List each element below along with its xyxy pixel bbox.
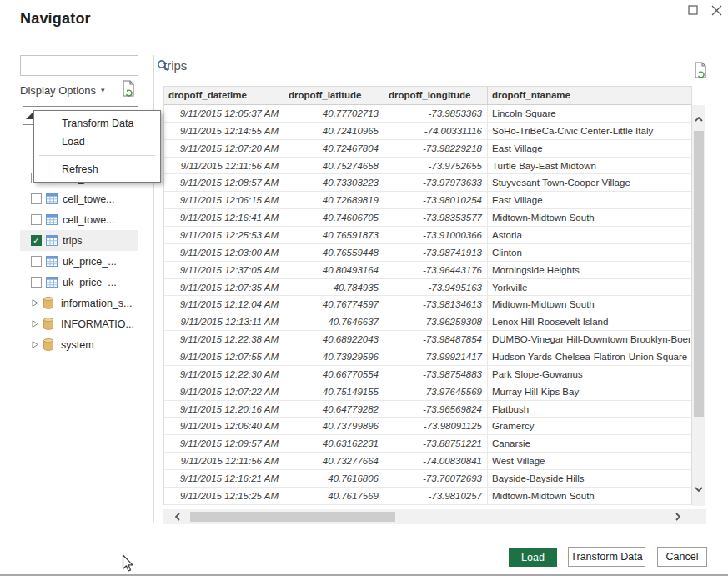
search-box[interactable] bbox=[20, 55, 138, 76]
table-cell: 9/11/2015 12:03:00 AM bbox=[164, 244, 284, 261]
load-button[interactable]: Load bbox=[509, 548, 557, 567]
tree-item-information-s[interactable]: information_s... bbox=[20, 293, 138, 313]
tree-item-informatio[interactable]: INFORMATIO... bbox=[20, 313, 138, 334]
chevron-down-icon: ▾ bbox=[101, 86, 105, 94]
table-icon bbox=[46, 256, 58, 267]
table-row: 9/11/2015 12:22:38 AM40.68922043-73.9848… bbox=[164, 331, 691, 348]
table-row: 9/11/2015 12:37:05 AM40.80493164-73.9644… bbox=[164, 262, 691, 279]
table-row: 9/11/2015 12:06:15 AM40.72689819-73.9801… bbox=[164, 192, 691, 209]
scroll-up-button[interactable] bbox=[692, 112, 705, 127]
table-row: 9/11/2015 12:16:21 AM40.7616806-73.76072… bbox=[164, 470, 691, 488]
navigator-tree: cell_towe...cell_towe...cell_towe...✓tri… bbox=[20, 168, 138, 355]
table-cell: DUMBO-Vinegar Hill-Downtown Brooklyn-Boe… bbox=[488, 331, 691, 348]
table-row: 9/11/2015 12:14:55 AM40.72410965-74.0033… bbox=[164, 123, 691, 140]
tree-item-cell-towe[interactable]: cell_towe... bbox=[20, 209, 138, 230]
table-cell: -73.98754883 bbox=[384, 366, 488, 383]
maximize-button[interactable] bbox=[685, 3, 700, 18]
table-cell: Clinton bbox=[488, 244, 691, 261]
collapsed-arrow-icon[interactable] bbox=[32, 340, 38, 349]
table-cell: 9/11/2015 12:12:04 AM bbox=[164, 296, 284, 313]
checkbox[interactable] bbox=[31, 214, 42, 225]
column-header-dropoff_latitude[interactable]: dropoff_latitude bbox=[284, 87, 384, 104]
table-cell: -73.98229218 bbox=[384, 140, 488, 157]
menu-item-transform-data[interactable]: Transform Data bbox=[34, 114, 160, 133]
table-icon bbox=[46, 193, 58, 204]
scroll-left-button[interactable] bbox=[170, 509, 185, 524]
menu-item-load[interactable]: Load bbox=[34, 133, 160, 151]
display-options-label: Display Options bbox=[20, 84, 96, 97]
column-header-dropoff_longitude[interactable]: dropoff_longitude bbox=[384, 87, 488, 104]
table-icon bbox=[46, 235, 58, 246]
table-cell: -73.9810257 bbox=[384, 488, 488, 504]
refresh-list-icon[interactable] bbox=[121, 80, 136, 97]
checkbox[interactable] bbox=[31, 193, 42, 204]
table-cell: Midtown-Midtown South bbox=[488, 209, 691, 226]
database-icon bbox=[43, 297, 53, 309]
table-cell: 9/11/2015 12:15:25 AM bbox=[164, 488, 284, 504]
table-row: 9/11/2015 12:06:40 AM40.73799896-73.9809… bbox=[164, 418, 691, 435]
display-options-dropdown[interactable]: Display Options ▾ bbox=[20, 83, 105, 98]
table-row: 9/11/2015 12:22:30 AM40.66770554-73.9875… bbox=[164, 366, 691, 383]
table-cell: -73.98487854 bbox=[384, 331, 488, 348]
table-row: 9/11/2015 12:11:56 AM40.73277664-74.0083… bbox=[164, 453, 691, 470]
horizontal-scrollbar[interactable] bbox=[163, 509, 706, 524]
table-cell: -73.9495163 bbox=[384, 279, 488, 296]
table-cell: -73.96259308 bbox=[384, 313, 488, 330]
checkbox[interactable] bbox=[31, 277, 42, 288]
column-header-dropoff_ntaname[interactable]: dropoff_ntaname bbox=[488, 87, 691, 104]
table-cell: 40.80493164 bbox=[284, 262, 384, 278]
table-cell: Lincoln Square bbox=[488, 105, 691, 122]
menu-item-refresh[interactable]: Refresh bbox=[34, 160, 160, 178]
cancel-button[interactable]: Cancel bbox=[657, 547, 707, 567]
table-icon bbox=[46, 214, 58, 225]
maximize-icon bbox=[688, 5, 698, 15]
collapsed-arrow-icon[interactable] bbox=[32, 298, 38, 308]
scroll-right-icon bbox=[675, 513, 680, 521]
search-input[interactable] bbox=[21, 56, 157, 75]
refresh-preview-icon[interactable] bbox=[693, 61, 708, 79]
close-button[interactable] bbox=[709, 3, 724, 18]
collapsed-arrow-icon[interactable] bbox=[32, 319, 38, 328]
table-cell: 9/11/2015 12:07:55 AM bbox=[164, 348, 284, 365]
horizontal-scrollbar-thumb[interactable] bbox=[190, 512, 395, 522]
tree-item-trips[interactable]: ✓trips bbox=[20, 230, 138, 251]
table-cell: 40.74606705 bbox=[284, 209, 384, 226]
vertical-scrollbar[interactable] bbox=[692, 105, 705, 506]
transform-data-button[interactable]: Transform Data bbox=[568, 547, 645, 567]
tree-item-uk-price[interactable]: uk_price_... bbox=[20, 272, 138, 293]
table-cell: Yorkville bbox=[488, 279, 691, 296]
table-cell: 9/11/2015 12:16:41 AM bbox=[164, 209, 284, 226]
tree-item-label: information_s... bbox=[61, 298, 132, 309]
table-cell: 9/11/2015 12:13:11 AM bbox=[164, 313, 284, 330]
table-cell: -73.98134613 bbox=[384, 296, 488, 313]
table-cell: -73.97973633 bbox=[384, 174, 488, 191]
table-cell: 40.68922043 bbox=[284, 331, 384, 348]
table-cell: 40.7616806 bbox=[284, 470, 384, 487]
table-cell: 40.73277664 bbox=[284, 453, 384, 469]
expanded-arrow-icon[interactable] bbox=[26, 112, 33, 119]
table-cell: 40.73799896 bbox=[284, 418, 384, 434]
table-row: 9/11/2015 12:11:56 AM40.75274658-73.9752… bbox=[164, 158, 691, 175]
table-row: 9/11/2015 12:16:41 AM40.74606705-73.9835… bbox=[164, 209, 691, 227]
table-cell: 40.7646637 bbox=[284, 313, 384, 330]
table-cell: 9/11/2015 12:08:57 AM bbox=[164, 174, 284, 191]
table-cell: -73.9853363 bbox=[384, 105, 488, 122]
table-cell: Turtle Bay-East Midtown bbox=[488, 158, 691, 174]
preview-table: dropoff_datetimedropoff_latitudedropoff_… bbox=[163, 86, 692, 505]
tree-item-system[interactable]: system bbox=[20, 334, 138, 355]
scroll-down-button[interactable] bbox=[692, 482, 705, 497]
scroll-right-button[interactable] bbox=[670, 509, 685, 524]
table-cell: West Village bbox=[488, 453, 691, 469]
vertical-scrollbar-thumb[interactable] bbox=[694, 131, 704, 417]
table-cell: 40.63162231 bbox=[284, 435, 384, 452]
column-header-dropoff_datetime[interactable]: dropoff_datetime bbox=[164, 87, 284, 104]
checkbox-checked[interactable]: ✓ bbox=[31, 235, 42, 246]
table-icon bbox=[46, 277, 58, 288]
tree-item-uk-price[interactable]: uk_price_... bbox=[20, 251, 138, 272]
table-cell: 40.75274658 bbox=[284, 158, 384, 174]
tree-item-cell-towe[interactable]: cell_towe... bbox=[20, 188, 138, 209]
checkbox[interactable] bbox=[31, 256, 42, 267]
table-cell: 9/11/2015 12:20:16 AM bbox=[164, 401, 284, 418]
table-row: 9/11/2015 12:12:04 AM40.76774597-73.9813… bbox=[164, 296, 691, 313]
table-cell: 40.77702713 bbox=[284, 105, 384, 122]
